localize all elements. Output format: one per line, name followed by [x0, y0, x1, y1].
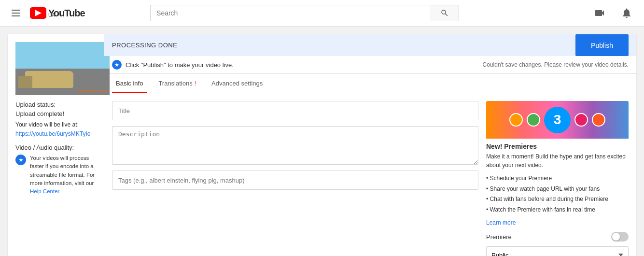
visibility-container: Public Unlisted Private [486, 246, 629, 256]
bell-icon [621, 7, 632, 19]
star-badge-icon: ★ [15, 155, 26, 165]
promo-bullets: • Schedule your Premiere • Share your wa… [486, 173, 629, 215]
right-panel: PROCESSING DONE Publish ★ Click "Publish… [104, 34, 636, 256]
header-right [590, 3, 636, 23]
processing-status-text: PROCESSING DONE [112, 42, 575, 49]
video-thumbnail: @HAMEDGILAN [15, 42, 110, 95]
promo-description: Make it a moment! Build the hype and get… [486, 152, 629, 170]
tab-basic-info[interactable]: Basic info [112, 74, 147, 93]
premiere-row: Premiere [486, 232, 629, 242]
processing-banner: PROCESSING DONE Publish [104, 34, 636, 56]
premiere-toggle[interactable] [611, 232, 629, 242]
translations-alert-icon: ! [195, 80, 196, 87]
form-container: 3 New! Premieres Make it a moment! Build… [104, 93, 636, 256]
video-preview: @HAMEDGILAN [15, 42, 110, 95]
visibility-select[interactable]: Public Unlisted Private [486, 246, 629, 256]
learn-more-link[interactable]: Learn more [486, 219, 516, 226]
publish-button[interactable]: Publish [575, 34, 629, 56]
search-button[interactable] [430, 5, 459, 21]
subtitle-left: ★ Click "Publish" to make your video liv… [112, 60, 234, 70]
title-input[interactable] [112, 101, 478, 120]
tabs-bar: Basic info Translations! Advanced settin… [104, 74, 636, 93]
promo-panel: 3 New! Premieres Make it a moment! Build… [486, 101, 629, 256]
quality-label: Video / Audio quality: [15, 144, 96, 151]
save-error-text: Couldn't save changes. Please review you… [483, 61, 629, 68]
header: YouTube UA [0, 0, 644, 27]
promo-title: New! Premieres [486, 142, 629, 150]
youtube-logo: YouTube UA [30, 7, 85, 19]
form-fields [112, 101, 478, 256]
subtitle-star-icon: ★ [112, 60, 122, 70]
notifications-button[interactable] [617, 3, 636, 23]
tab-advanced-settings[interactable]: Advanced settings [208, 74, 266, 93]
search-icon [440, 9, 449, 17]
tab-translations[interactable]: Translations! [154, 74, 200, 93]
video-link-prefix: Your video will be live at: [15, 121, 96, 128]
subtitle-bar: ★ Click "Publish" to make your video liv… [104, 56, 636, 74]
tags-input[interactable] [112, 171, 478, 190]
promo-banner-image: 3 [486, 101, 629, 139]
promo-content: New! Premieres Make it a moment! Build t… [486, 142, 629, 226]
description-input[interactable] [112, 126, 478, 165]
quality-badge: ★ Your videos will process faster if you… [15, 154, 96, 196]
hamburger-menu[interactable] [8, 6, 24, 20]
video-camera-icon [594, 7, 605, 19]
upload-status-label: Upload status: [15, 101, 96, 108]
search-bar [150, 5, 459, 21]
upload-card: @HAMEDGILAN Upload status: Upload comple… [8, 34, 636, 256]
quality-text: Your videos will process faster if you e… [30, 154, 96, 196]
search-input[interactable] [150, 5, 430, 21]
video-link[interactable]: https://youtu.be/6urysMKTyIo [15, 130, 90, 137]
quality-section: Video / Audio quality: ★ Your videos wil… [15, 144, 96, 196]
promo-number-circle: 3 [544, 107, 571, 133]
help-center-link[interactable]: Help Center. [30, 188, 61, 194]
create-video-button[interactable] [590, 3, 609, 23]
upload-status-value: Upload complete! [15, 110, 96, 117]
premiere-label: Premiere [486, 233, 512, 241]
subtitle-text: Click "Publish" to make your video live. [126, 61, 234, 69]
video-watermark: @HAMEDGILAN [78, 89, 108, 93]
left-panel: @HAMEDGILAN Upload status: Upload comple… [8, 34, 104, 256]
main-content: @HAMEDGILAN Upload status: Upload comple… [0, 27, 644, 256]
yt-logo-country: UA [48, 13, 85, 18]
upload-status-section: Upload status: Upload complete! Your vid… [15, 101, 96, 137]
header-left: YouTube UA [8, 6, 85, 20]
yt-logo-icon [30, 7, 46, 19]
